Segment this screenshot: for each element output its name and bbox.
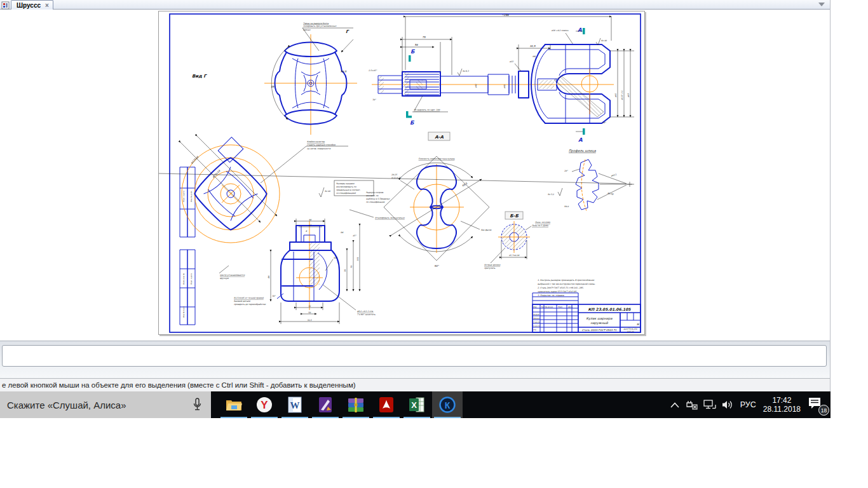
tab-shruss[interactable]: Шруссс × [11, 0, 53, 10]
purple-pen-app-icon[interactable] [310, 391, 341, 418]
section-tick [583, 128, 585, 135]
section-label: А-А [435, 135, 444, 140]
roughness-label: Rz 40 [601, 39, 607, 42]
note: контрол. по [366, 194, 379, 197]
roughness-label: Rz 3,2 [548, 193, 555, 196]
svg-text:W: W [290, 400, 300, 410]
note: Радиусы сопряж. [366, 191, 384, 194]
note: контролировать по [336, 186, 357, 188]
yandex-browser-icon[interactable]: Y [249, 391, 280, 418]
excel-icon[interactable]: X [402, 391, 432, 418]
section-letter-b: Б [410, 119, 415, 126]
note: Центр устанавливается [220, 274, 245, 276]
document-tabbar: Шруссс × [0, 0, 830, 10]
note: 16 сверлить по черт. 100 [414, 109, 440, 111]
dim-label: 49,5 [461, 182, 468, 187]
svg-text:X: X [411, 400, 417, 410]
dim-label: 32,5 [308, 319, 313, 322]
tab-title: Шруссс [17, 1, 41, 10]
running-indicator [373, 417, 400, 419]
note: 7 к 60° зачистить [357, 313, 376, 316]
date: 28.11.2018 [763, 405, 801, 414]
chevron-down-icon[interactable] [818, 3, 825, 6]
section-letter-a: А [578, 137, 583, 143]
dim-label: ø107 -0,1 [621, 91, 623, 100]
dim-label: 30,5 [530, 44, 536, 48]
tb-row: Утв. [533, 329, 537, 331]
word-icon[interactable]: W [280, 391, 310, 418]
tech-note-line: 3. Покрытие: см. справке. [538, 294, 564, 297]
svg-text:К: К [445, 400, 451, 410]
drawing-sheet[interactable]: Подп. и дата Инв. № дубл. Взам. инв. № П… [158, 11, 645, 335]
system-tray: РУС 17:42 28.11.2018 18 [670, 391, 827, 418]
note: Отшлифовать окончательно [375, 217, 405, 219]
dim-label: 56 [414, 43, 418, 46]
note: базовой детали [234, 300, 251, 302]
dim-label: 75 [422, 36, 426, 39]
note: шаблону в С.Пределах [366, 198, 390, 200]
roughness-label: Rz 6,3 [463, 70, 470, 72]
note: Поля: ±0,2(00) [535, 221, 551, 224]
property-bar[interactable] [2, 345, 827, 367]
tb-col: № докум. [545, 306, 553, 308]
view-race-rotated: ø125к6 ø75н14 Клеймо качества ставить уд… [180, 136, 405, 306]
view-g: 45° R9,5 Торцы на радиусе болта полирова… [192, 22, 357, 135]
note: кернах [303, 29, 311, 31]
dim-label: 2,5×45° [369, 69, 377, 72]
windows-taskbar: Скажите «Слушай, Алиса» [0, 391, 831, 418]
running-indicator [342, 417, 369, 419]
dim-label: ø45 [503, 84, 506, 88]
action-center-icon[interactable]: 18 [808, 396, 827, 413]
dim-label: R6 [341, 231, 344, 234]
view-housing-profile: 90 67 8 84 30° 72 50 [268, 219, 376, 325]
microphone-icon[interactable] [193, 398, 202, 412]
margin-label: Инв. № дубл. [190, 191, 193, 202]
note: без фасок [481, 229, 492, 231]
note: Клеймо качества [307, 140, 325, 143]
volume-icon[interactable] [722, 400, 735, 410]
kompas-3d-icon[interactable]: К [432, 391, 463, 418]
roughness-label: Rz 40 [325, 190, 331, 193]
detail-title: Профиль шлица [569, 149, 597, 153]
dim-label: R0,4 [564, 205, 569, 208]
language-indicator[interactable]: РУС [740, 400, 756, 409]
note: на нетов. поверхности [307, 147, 331, 150]
power-plug-icon[interactable] [685, 400, 698, 410]
section-tick [406, 116, 412, 118]
dim-label: ø42 [475, 83, 477, 88]
clock[interactable]: 17:42 28.11.2018 [762, 396, 802, 414]
cv-joint-drawing: Подп. и дата Инв. № дубл. Взам. инв. № П… [159, 11, 646, 336]
dim-label: ø42,1 [611, 173, 617, 177]
note: полировать при установленных [303, 25, 337, 27]
dim-label: 90° [434, 264, 439, 268]
drawing-canvas[interactable]: Подп. и дата Инв. № дубл. Взам. инв. № П… [0, 10, 830, 341]
winrar-icon[interactable] [341, 391, 371, 418]
running-indicator [403, 417, 430, 419]
file-explorer-icon[interactable] [219, 391, 249, 418]
note: со спецификацией [336, 192, 356, 194]
yandex-search-box[interactable]: Скажите «Слушай, Алиса» [0, 391, 211, 418]
section-tick [409, 55, 411, 62]
section-tick [583, 28, 585, 34]
margin-label: Подп. и дата [191, 273, 193, 285]
tb-row: Н.контр. [533, 325, 541, 327]
acrobat-reader-icon[interactable] [371, 391, 402, 418]
dim-label: ~286 [502, 13, 509, 17]
dim-label: 20,25 [391, 173, 398, 176]
part-name: Кулак шарнира [587, 316, 613, 321]
tray-chevron-icon[interactable] [670, 402, 679, 408]
close-icon[interactable]: × [45, 1, 49, 10]
title-block: КП 23.05.01.06.105 Кулак шарнира наружны… [532, 293, 641, 333]
dim-label: 35 [344, 269, 346, 272]
network-icon[interactable] [703, 400, 716, 410]
tb-row: Т.контр. [533, 322, 540, 323]
document-icon [1, 1, 10, 9]
note: по спецификации [366, 201, 385, 203]
search-prompt: Скажите «Слушай, Алиса» [0, 400, 193, 410]
tech-note-line: заменитель марки 5ПЛ ГОСТ 4543-85. [538, 290, 577, 293]
dim-label: 8 [306, 230, 308, 233]
organization: 115-21 [627, 330, 634, 333]
note: Пазы по 5 Д(00) [532, 224, 549, 227]
tb-col: Подп. [558, 306, 563, 308]
running-indicator [434, 417, 461, 419]
